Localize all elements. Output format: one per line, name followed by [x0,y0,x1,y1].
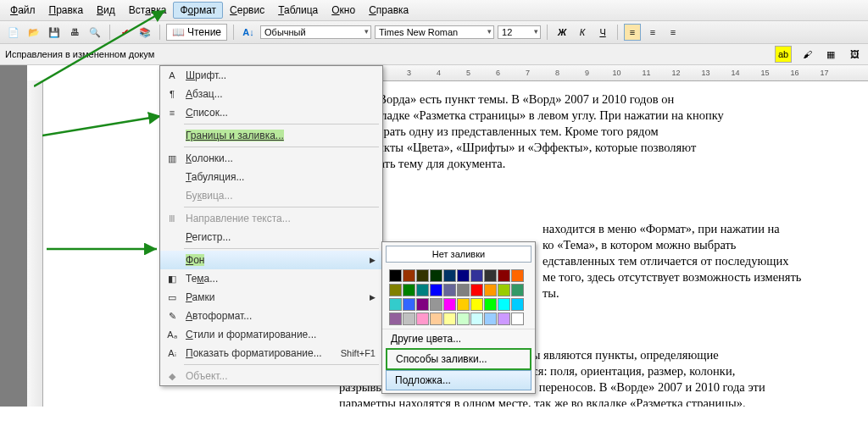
color-swatch[interactable] [470,284,483,296]
color-swatch[interactable] [430,298,442,311]
open-icon[interactable]: 📂 [25,24,42,41]
color-swatch[interactable] [443,313,456,325]
menu-item: ⅢНаправление текста... [160,209,382,228]
menu-справка[interactable]: Справка [362,2,415,19]
color-swatch[interactable] [484,284,497,296]
color-swatch[interactable] [403,284,415,296]
menu-item[interactable]: ▥Колонки... [160,149,382,168]
menu-вид[interactable]: Вид [90,2,122,19]
para-style-icon[interactable]: A↓ [240,24,257,41]
menu-item: Буквица... [160,186,382,205]
menu-item[interactable]: ¶Абзац... [160,85,382,103]
background-submenu: Нет заливки Другие цвета... Способы зали… [381,241,536,394]
menu-формат[interactable]: Формат [173,2,223,19]
color-swatch[interactable] [457,284,470,296]
color-swatch[interactable] [484,269,497,282]
color-swatch[interactable] [498,298,510,311]
align-right-button[interactable]: ≡ [665,24,682,41]
menu-item[interactable]: AШрифт... [160,66,382,85]
drawing-icon[interactable]: 🖌 [798,46,815,63]
color-swatch[interactable] [498,313,510,325]
save-icon[interactable]: 💾 [46,24,63,41]
color-swatch[interactable] [457,298,470,311]
menu-item[interactable]: Табуляция... [160,168,382,186]
color-swatch[interactable] [470,269,483,282]
color-palette[interactable] [382,266,535,329]
color-swatch[interactable] [416,284,429,296]
insert-table-icon[interactable]: ▦ [822,46,839,63]
menu-item: ◆Объект... [160,367,382,385]
color-swatch[interactable] [443,298,456,311]
underline-button[interactable]: Ч [594,24,611,41]
color-swatch[interactable] [484,298,497,311]
color-swatch[interactable] [389,313,402,325]
preview-icon[interactable]: 🔍 [86,24,103,41]
menu-вставка[interactable]: Вставка [122,2,174,19]
color-swatch[interactable] [457,269,470,282]
color-swatch[interactable] [511,313,524,325]
color-swatch[interactable] [389,284,402,296]
color-swatch[interactable] [389,269,402,282]
menu-окно[interactable]: Окно [325,2,362,19]
print-icon[interactable]: 🖶 [66,24,83,41]
color-swatch[interactable] [498,284,510,296]
menu-item[interactable]: ◧Тема... [160,269,382,288]
menu-item[interactable]: Границы и заливка... [160,126,382,145]
color-swatch[interactable] [416,298,429,311]
vertical-ruler [27,80,43,407]
svg-line-1 [42,116,161,136]
watermark-item[interactable]: Подложка... [386,370,531,390]
color-swatch[interactable] [403,298,415,311]
menu-item[interactable]: AᵢПоказать форматирование...Shift+F1 [160,344,382,362]
color-swatch[interactable] [416,269,429,282]
menu-файл[interactable]: Файл [3,2,42,19]
size-select[interactable]: 12 [498,25,541,39]
align-center-button[interactable]: ≡ [644,24,661,41]
color-swatch[interactable] [511,298,524,311]
menu-item[interactable]: Фон▶ [160,251,382,269]
new-doc-icon[interactable]: 📄 [5,24,22,41]
menu-таблица[interactable]: Таблица [271,2,325,19]
color-swatch[interactable] [484,313,497,325]
italic-button[interactable]: К [574,24,591,41]
page-margin-left [0,65,27,407]
style-select[interactable]: Обычный [260,25,371,39]
research-icon[interactable]: 📚 [136,24,153,41]
color-swatch[interactable] [389,298,402,311]
menu-item[interactable]: Регистр... [160,228,382,246]
bold-button[interactable]: Ж [554,24,570,41]
menu-сервис[interactable]: Сервис [223,2,271,19]
color-swatch[interactable] [470,313,483,325]
color-swatch[interactable] [511,284,524,296]
color-swatch[interactable] [443,284,456,296]
menu-правка[interactable]: Правка [42,2,91,19]
color-swatch[interactable] [457,313,470,325]
color-swatch[interactable] [430,269,442,282]
menu-item[interactable]: AₐСтили и форматирование... [160,325,382,344]
fill-methods-item[interactable]: Способы заливки... [386,348,531,370]
menu-item[interactable]: ✎Автоформат... [160,307,382,325]
spell-icon[interactable]: ✔ [116,24,133,41]
color-swatch[interactable] [498,269,510,282]
no-fill-button[interactable]: Нет заливки [386,246,531,263]
color-swatch[interactable] [430,313,442,325]
track-changes-label: Исправления в измененном докум [5,49,154,59]
other-colors-item[interactable]: Другие цвета... [382,329,535,348]
format-menu: AШрифт...¶Абзац...≡Список...Границы и за… [159,65,383,386]
color-swatch[interactable] [403,313,415,325]
color-swatch[interactable] [416,313,429,325]
color-swatch[interactable] [470,298,483,311]
color-swatch[interactable] [403,269,415,282]
menu-item[interactable]: ≡Список... [160,103,382,122]
font-select[interactable]: Times New Roman [375,25,494,39]
reading-button[interactable]: 📖Чтение [166,24,227,41]
align-left-button[interactable]: ≡ [624,24,641,41]
insert-image-icon[interactable]: 🖼 [846,46,863,63]
color-swatch[interactable] [511,269,524,282]
color-swatch[interactable] [430,284,442,296]
color-swatch[interactable] [443,269,456,282]
highlight-button[interactable]: ab [775,46,792,63]
menu-item[interactable]: ▭Рамки▶ [160,288,382,307]
